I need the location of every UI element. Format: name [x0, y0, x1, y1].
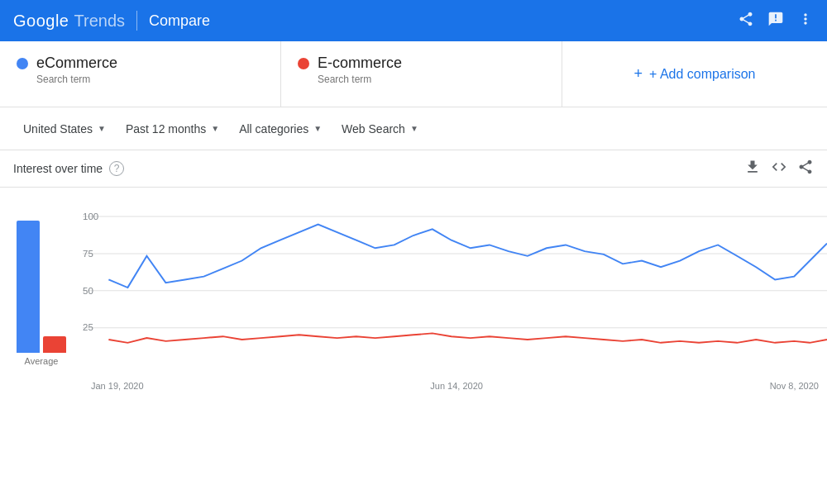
category-chevron-icon: ▼	[313, 124, 322, 133]
term2-name: E-commerce	[318, 55, 402, 72]
feedback-icon[interactable]	[767, 11, 784, 31]
term2-type: Search term	[318, 74, 402, 85]
category-label: All categories	[239, 122, 308, 136]
chart-body: Average 100 75 50 25	[0, 188, 827, 391]
chart-x-labels: Jan 19, 2020 Jun 14, 2020 Nov 8, 2020	[83, 378, 827, 391]
plus-icon: +	[633, 65, 643, 83]
embed-icon[interactable]	[771, 159, 787, 178]
time-filter[interactable]: Past 12 months ▼	[116, 116, 229, 142]
svg-text:50: 50	[83, 286, 93, 295]
x-label-3: Nov 8, 2020	[770, 381, 819, 391]
term1-dot	[17, 58, 28, 69]
google-trends-logo: Google Trends	[13, 12, 125, 31]
chart-main: 100 75 50 25 Jan 19, 2020 Jun 14, 2020 N…	[83, 201, 827, 391]
category-filter[interactable]: All categories ▼	[229, 116, 332, 142]
term1-type: Search term	[36, 74, 117, 85]
chart-actions	[744, 159, 814, 178]
logo-google-text: Google	[13, 12, 69, 31]
download-icon[interactable]	[744, 159, 761, 178]
avg-bars	[17, 221, 66, 353]
location-chevron-icon: ▼	[98, 124, 106, 133]
chart-average-area: Average	[0, 201, 83, 391]
time-chevron-icon: ▼	[211, 124, 219, 133]
search-type-label: Web Search	[342, 122, 405, 136]
logo-trends-text: Trends	[74, 12, 126, 31]
time-label: Past 12 months	[126, 122, 206, 136]
search-terms-row: eCommerce Search term E-commerce Search …	[0, 41, 827, 107]
line-series-1	[108, 225, 827, 288]
chart-header: Interest over time ?	[0, 150, 827, 188]
header: Google Trends Compare	[0, 0, 827, 41]
svg-text:100: 100	[83, 212, 98, 221]
chart-title-area: Interest over time ?	[13, 161, 124, 176]
avg-bar-2	[43, 336, 66, 353]
term2-info: E-commerce Search term	[318, 55, 402, 85]
filters-row: United States ▼ Past 12 months ▼ All cat…	[0, 107, 827, 150]
avg-bar-1	[17, 221, 40, 353]
add-comparison-label: + Add comparison	[649, 67, 756, 82]
line-series-2	[108, 333, 827, 342]
share-chart-icon[interactable]	[797, 159, 814, 178]
term2-dot	[298, 58, 309, 69]
add-comparison-button[interactable]: + + Add comparison	[633, 65, 755, 83]
chart-title: Interest over time	[13, 162, 103, 175]
search-term-cell-2[interactable]: E-commerce Search term	[281, 41, 562, 107]
help-icon[interactable]: ?	[109, 161, 124, 176]
search-type-filter[interactable]: Web Search ▼	[332, 116, 428, 142]
header-compare-label: Compare	[149, 12, 210, 30]
menu-icon[interactable]	[797, 11, 814, 31]
chart-svg: 100 75 50 25	[83, 201, 827, 374]
header-divider	[136, 11, 137, 31]
chart-section: Interest over time ? Average	[0, 150, 827, 391]
term1-name: eCommerce	[36, 55, 117, 72]
search-term-cell-1[interactable]: eCommerce Search term	[0, 41, 281, 107]
location-filter[interactable]: United States ▼	[13, 116, 116, 142]
svg-text:75: 75	[83, 249, 93, 258]
svg-text:25: 25	[83, 323, 93, 332]
term1-info: eCommerce Search term	[36, 55, 117, 85]
header-actions	[738, 11, 814, 31]
x-label-1: Jan 19, 2020	[91, 381, 144, 391]
share-icon[interactable]	[738, 11, 754, 31]
avg-label: Average	[25, 356, 59, 366]
add-comparison-cell[interactable]: + + Add comparison	[562, 41, 827, 107]
x-label-2: Jun 14, 2020	[430, 381, 483, 391]
search-type-chevron-icon: ▼	[410, 124, 418, 133]
location-label: United States	[23, 122, 93, 136]
